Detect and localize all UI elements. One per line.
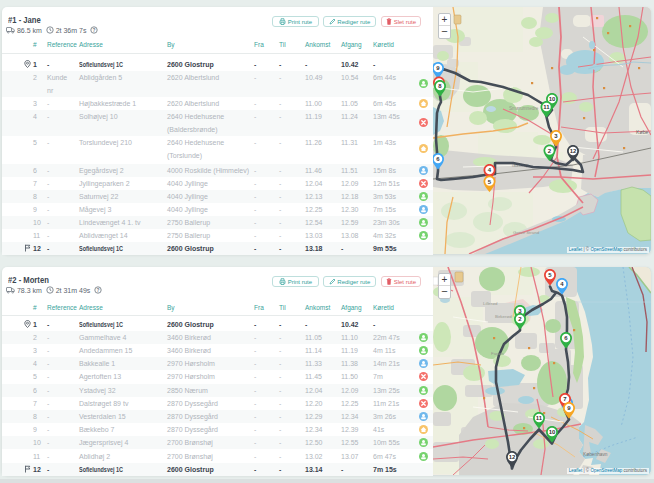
svg-text:12: 12 xyxy=(509,454,516,460)
svg-text:12: 12 xyxy=(570,148,577,154)
svg-text:11: 11 xyxy=(536,415,543,421)
svg-text:Lillerød: Lillerød xyxy=(483,301,498,306)
svg-text:?: ? xyxy=(97,288,100,293)
svg-text:Købe: Købe xyxy=(636,129,649,135)
svg-text:Smørumnedre: Smørumnedre xyxy=(509,106,539,111)
svg-text:Greve Strand: Greve Strand xyxy=(513,230,540,235)
svg-text:11: 11 xyxy=(543,104,550,110)
svg-text:Farum: Farum xyxy=(491,351,504,356)
svg-text:København: København xyxy=(583,452,608,457)
svg-text:Birkerød: Birkerød xyxy=(495,314,512,319)
svg-text:10: 10 xyxy=(549,429,556,435)
svg-text:10: 10 xyxy=(549,96,556,102)
svg-text:?: ? xyxy=(93,28,96,33)
